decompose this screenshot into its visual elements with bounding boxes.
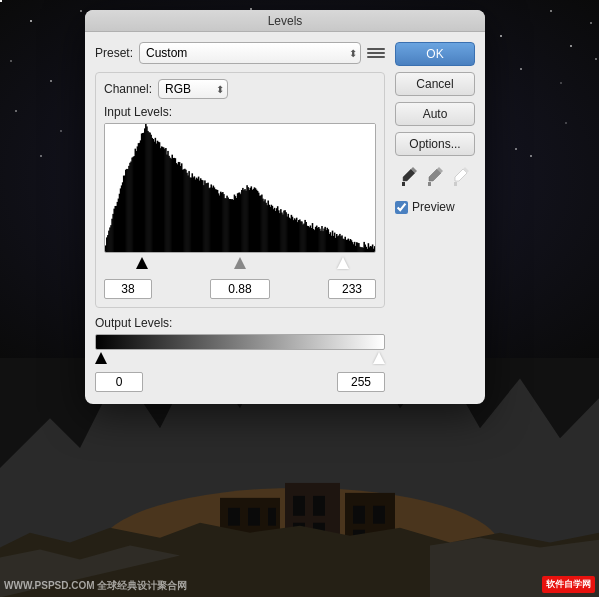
input-gamma-value[interactable]	[210, 279, 270, 299]
menu-line-2	[367, 52, 385, 54]
watermark-right: 软件自学网	[542, 576, 595, 593]
input-values-row	[104, 279, 376, 299]
dialog-title: Levels	[268, 14, 303, 28]
ok-button[interactable]: OK	[395, 42, 475, 66]
preset-select[interactable]: Custom	[139, 42, 361, 64]
channel-row: Channel: RGB Red Green Blue ⬍	[104, 79, 376, 99]
preset-label: Preset:	[95, 46, 133, 60]
channel-group: Channel: RGB Red Green Blue ⬍ Input Leve…	[95, 72, 385, 308]
eyedropper-black-button[interactable]	[398, 166, 420, 188]
output-white-value[interactable]	[337, 372, 385, 392]
input-levels-label: Input Levels:	[104, 105, 376, 119]
dialog-right-panel: OK Cancel Auto Options...	[395, 42, 475, 392]
eyedropper-gray-button[interactable]	[424, 166, 446, 188]
svg-rect-19	[353, 505, 365, 523]
dialog-body: Preset: Custom ⬍ Channel:	[85, 32, 485, 404]
svg-rect-10	[228, 507, 240, 525]
input-black-value[interactable]	[104, 279, 152, 299]
eyedropper-white-icon	[453, 167, 469, 187]
svg-rect-16	[313, 496, 325, 516]
auto-button[interactable]: Auto	[395, 102, 475, 126]
svg-rect-15	[293, 496, 305, 516]
eyedropper-gray-icon	[427, 167, 443, 187]
svg-rect-11	[248, 507, 260, 525]
svg-rect-20	[373, 505, 385, 523]
dialog-titlebar: Levels	[85, 10, 485, 32]
cancel-button[interactable]: Cancel	[395, 72, 475, 96]
dialog-left-panel: Preset: Custom ⬍ Channel:	[95, 42, 385, 392]
histogram-canvas	[105, 124, 375, 252]
input-black-slider[interactable]	[136, 257, 148, 269]
preview-checkbox[interactable]	[395, 201, 408, 214]
channel-label: Channel:	[104, 82, 152, 96]
output-label: Output Levels:	[95, 316, 385, 330]
preview-row: Preview	[395, 200, 475, 214]
levels-dialog: Levels Preset: Custom ⬍	[85, 10, 485, 404]
output-black-slider[interactable]	[95, 352, 107, 364]
eyedropper-white-button[interactable]	[450, 166, 472, 188]
output-gradient-track	[95, 334, 385, 350]
preset-select-wrapper: Custom ⬍	[139, 42, 361, 64]
output-black-value[interactable]	[95, 372, 143, 392]
preset-menu-icon[interactable]	[367, 44, 385, 62]
channel-select-wrapper: RGB Red Green Blue ⬍	[158, 79, 228, 99]
input-gamma-slider[interactable]	[234, 257, 246, 269]
menu-line-3	[367, 56, 385, 58]
svg-rect-26	[428, 182, 431, 186]
output-values-row	[95, 372, 385, 392]
preset-row: Preset: Custom ⬍	[95, 42, 385, 64]
input-white-slider[interactable]	[337, 257, 349, 269]
eyedroppers-row	[395, 166, 475, 188]
histogram-container	[104, 123, 376, 253]
output-white-slider[interactable]	[373, 352, 385, 364]
watermark-left: WWW.PSPSD.COM 全球经典设计聚合网	[4, 579, 187, 593]
options-button[interactable]: Options...	[395, 132, 475, 156]
eyedropper-black-icon	[401, 167, 417, 187]
input-white-value[interactable]	[328, 279, 376, 299]
svg-rect-27	[454, 182, 457, 186]
svg-rect-12	[268, 507, 276, 525]
output-section: Output Levels:	[95, 316, 385, 392]
preview-label[interactable]: Preview	[412, 200, 455, 214]
output-slider-row	[95, 352, 385, 366]
menu-line-1	[367, 48, 385, 50]
input-slider-track	[104, 257, 376, 273]
svg-rect-25	[402, 182, 405, 186]
channel-select[interactable]: RGB Red Green Blue	[158, 79, 228, 99]
